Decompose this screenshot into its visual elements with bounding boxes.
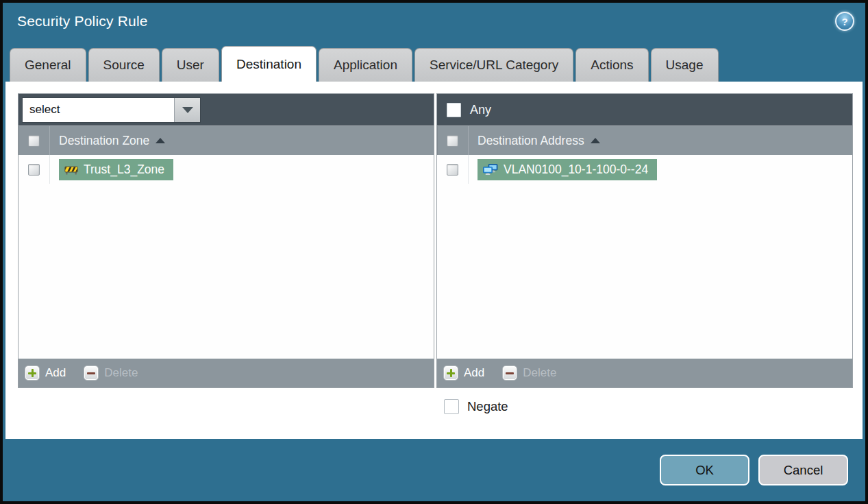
sort-ascending-icon <box>156 138 165 143</box>
tab-service-url-category[interactable]: Service/URL Category <box>414 48 573 82</box>
zone-panel-toolbar <box>18 94 434 125</box>
tab-application[interactable]: Application <box>319 48 412 82</box>
address-list: VLAN0100_10-1-100-0--24 <box>437 155 852 359</box>
add-plus-icon <box>25 365 40 381</box>
zone-filter-dropdown-button[interactable] <box>174 98 200 122</box>
zone-entry[interactable]: Trust_L3_Zone <box>59 159 173 180</box>
zone-select-all-checkbox[interactable] <box>28 135 40 147</box>
destination-address-panel: Any Destination Address <box>436 93 853 388</box>
zone-grid-header: Destination Zone <box>18 125 434 155</box>
tab-strip: General Source User Destination Applicat… <box>3 40 865 82</box>
zone-row-checkbox[interactable] <box>28 164 40 176</box>
address-delete-button[interactable]: Delete <box>502 365 556 381</box>
address-row-checkbox[interactable] <box>447 164 458 176</box>
zone-add-button[interactable]: Add <box>25 365 66 381</box>
destination-zone-panel: Destination Zone <box>18 93 434 388</box>
address-add-button[interactable]: Add <box>443 365 484 381</box>
add-plus-icon <box>443 365 458 381</box>
help-icon[interactable]: ? <box>835 12 854 31</box>
address-panel-footer: Add Delete <box>437 359 852 387</box>
zone-icon <box>64 165 78 175</box>
zone-entry-label: Trust_L3_Zone <box>84 163 164 177</box>
tab-destination[interactable]: Destination <box>221 46 317 82</box>
address-grid-header: Destination Address <box>437 125 852 155</box>
address-select-all-checkbox[interactable] <box>447 135 458 147</box>
negate-row: Negate <box>444 399 853 414</box>
zone-filter-combobox <box>22 97 201 123</box>
address-column-header[interactable]: Destination Address <box>469 134 600 148</box>
destination-tab-content: Destination Zone <box>5 82 863 439</box>
tab-actions[interactable]: Actions <box>575 48 648 82</box>
negate-checkbox[interactable] <box>444 399 459 414</box>
any-checkbox[interactable] <box>447 103 461 117</box>
zone-filter-input[interactable] <box>23 98 174 122</box>
ok-button[interactable]: OK <box>660 455 749 485</box>
cancel-button[interactable]: Cancel <box>758 455 848 485</box>
dialog-title: Security Policy Rule <box>17 13 148 29</box>
chevron-down-icon <box>182 107 193 113</box>
tab-user[interactable]: User <box>162 48 219 82</box>
delete-minus-icon <box>84 365 99 381</box>
security-policy-rule-dialog: Security Policy Rule ? General Source Us… <box>0 0 868 504</box>
zone-list: Trust_L3_Zone <box>18 155 434 359</box>
address-entry[interactable]: VLAN0100_10-1-100-0--24 <box>478 159 657 180</box>
table-row: VLAN0100_10-1-100-0--24 <box>437 155 852 184</box>
network-address-icon <box>483 164 498 175</box>
tab-general[interactable]: General <box>10 48 86 82</box>
tab-source[interactable]: Source <box>88 48 160 82</box>
any-label: Any <box>470 103 491 117</box>
zone-panel-footer: Add Delete <box>18 359 434 387</box>
titlebar: Security Policy Rule ? <box>3 3 865 40</box>
zone-delete-button[interactable]: Delete <box>84 365 138 381</box>
sort-ascending-icon <box>591 138 600 143</box>
table-row: Trust_L3_Zone <box>18 155 434 184</box>
delete-minus-icon <box>502 365 517 381</box>
address-panel-toolbar: Any <box>437 94 852 125</box>
negate-label: Negate <box>467 399 508 414</box>
address-entry-label: VLAN0100_10-1-100-0--24 <box>504 163 648 177</box>
zone-column-header[interactable]: Destination Zone <box>50 134 165 148</box>
dialog-footer: OK Cancel <box>3 439 865 501</box>
tab-usage[interactable]: Usage <box>651 48 719 82</box>
